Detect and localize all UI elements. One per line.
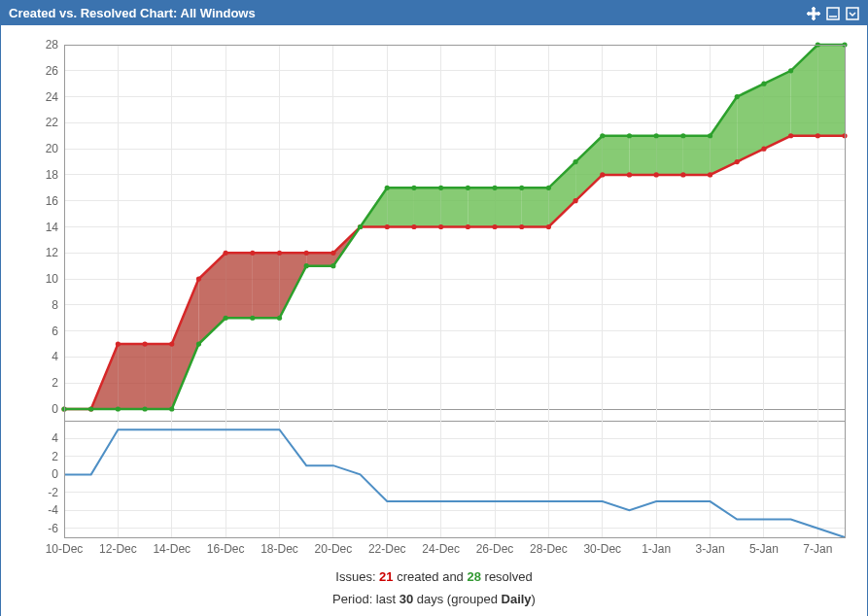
svg-point-125 [546,224,551,229]
svg-marker-97 [575,136,603,201]
svg-point-132 [735,159,740,164]
svg-text:10-Dec: 10-Dec [46,542,84,556]
chart-panel: Created vs. Resolved Chart: All Windows … [0,0,868,616]
svg-point-112 [196,276,201,281]
svg-text:2: 2 [52,376,58,390]
svg-marker-95 [522,188,549,226]
svg-point-142 [196,341,201,346]
svg-point-145 [277,316,282,321]
panel-body: 0246810121416182022242628-6-4-202410-Dec… [1,25,867,616]
svg-marker-98 [603,136,630,175]
svg-marker-93 [468,188,495,226]
svg-point-117 [330,251,335,256]
svg-marker-84 [226,253,253,318]
svg-text:22: 22 [46,116,59,129]
svg-point-135 [816,133,820,138]
svg-text:28: 28 [46,38,59,51]
svg-text:26: 26 [46,64,59,78]
svg-text:10: 10 [46,272,59,286]
svg-point-161 [708,133,712,138]
chart-svg: 0246810121416182022242628-6-4-202410-Dec… [11,35,859,562]
expand-icon[interactable] [846,7,859,20]
svg-point-123 [492,224,497,229]
svg-point-110 [142,341,147,346]
svg-point-116 [304,251,309,256]
panel-header-controls [807,7,859,20]
svg-text:14-Dec: 14-Dec [153,542,191,556]
svg-point-122 [466,224,470,229]
svg-rect-2 [847,8,858,19]
panel-header: Created vs. Resolved Chart: All Windows [1,1,867,25]
svg-marker-94 [495,188,522,226]
svg-point-127 [600,172,605,177]
svg-point-131 [708,172,712,177]
svg-text:-6: -6 [48,522,58,535]
svg-point-114 [250,251,255,256]
svg-marker-92 [441,188,469,226]
svg-point-149 [385,186,390,190]
svg-text:20-Dec: 20-Dec [315,542,353,556]
svg-point-154 [519,186,524,190]
svg-text:8: 8 [52,298,58,312]
svg-point-130 [680,172,685,177]
svg-point-109 [116,341,121,346]
svg-point-139 [116,406,121,411]
svg-text:28-Dec: 28-Dec [530,542,568,556]
svg-point-158 [627,133,632,138]
period-days: 30 [399,592,413,606]
svg-marker-90 [387,188,414,226]
minimize-icon[interactable] [826,7,840,20]
svg-marker-85 [253,253,280,318]
svg-marker-99 [629,136,656,175]
svg-point-128 [627,172,632,177]
svg-marker-81 [145,344,172,409]
move-icon[interactable] [807,7,820,20]
svg-marker-100 [656,136,683,175]
svg-point-148 [358,224,363,229]
svg-text:2: 2 [52,450,58,463]
svg-point-126 [573,198,578,203]
svg-point-153 [492,186,497,190]
svg-point-155 [546,186,551,190]
svg-point-163 [761,82,766,86]
svg-text:18: 18 [46,168,59,182]
svg-point-133 [761,147,766,152]
svg-point-120 [411,224,416,229]
svg-point-119 [385,224,390,229]
svg-point-156 [573,159,578,164]
created-count: 21 [379,569,393,584]
svg-text:6: 6 [52,325,58,338]
svg-text:22-Dec: 22-Dec [368,542,406,556]
period-caption: Period: last 30 days (grouped Daily) [11,592,857,606]
svg-point-152 [466,186,470,190]
period-group: Daily [502,592,532,606]
svg-point-115 [277,251,282,256]
svg-point-144 [250,316,255,321]
svg-point-164 [788,68,793,73]
svg-point-159 [654,133,659,138]
svg-point-113 [224,251,228,256]
svg-text:12-Dec: 12-Dec [99,542,137,556]
svg-point-111 [169,341,174,346]
svg-text:0: 0 [52,467,58,481]
svg-text:0: 0 [52,402,58,416]
svg-text:4: 4 [52,431,58,445]
svg-point-157 [600,133,605,138]
svg-text:12: 12 [46,246,59,259]
svg-marker-80 [118,344,145,409]
svg-rect-0 [827,8,839,19]
svg-text:-2: -2 [48,486,58,499]
svg-point-160 [680,133,685,138]
svg-point-147 [330,263,335,268]
svg-text:3-Jan: 3-Jan [696,542,725,556]
svg-point-129 [654,172,659,177]
svg-text:20: 20 [46,142,59,155]
svg-text:7-Jan: 7-Jan [803,542,832,556]
svg-text:14: 14 [46,221,59,234]
panel-title: Created vs. Resolved Chart: All Windows [9,6,256,20]
svg-text:26-Dec: 26-Dec [476,542,514,556]
svg-text:16-Dec: 16-Dec [207,542,245,556]
svg-point-150 [411,186,416,190]
svg-point-134 [788,133,793,138]
svg-marker-87 [306,253,333,265]
